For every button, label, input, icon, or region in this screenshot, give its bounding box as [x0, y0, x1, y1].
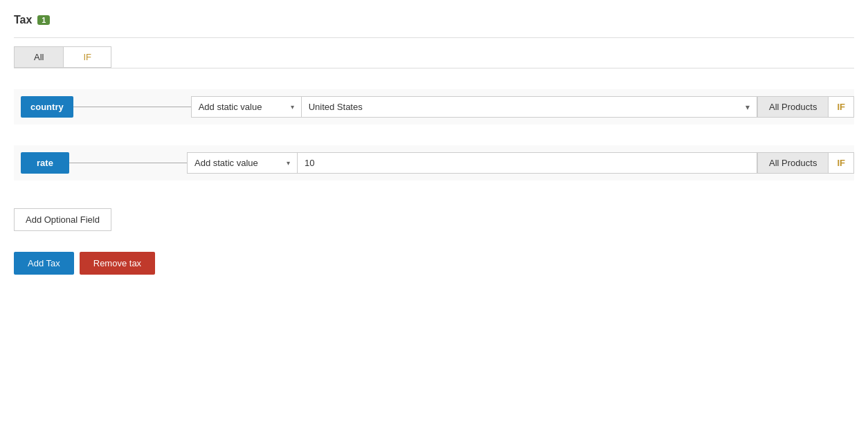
country-static-value-label: Add static value [199, 102, 262, 112]
rate-if-badge[interactable]: IF [829, 152, 854, 174]
tax-badge: 1 [37, 15, 50, 25]
country-all-products-button[interactable]: All Products [757, 96, 829, 118]
rate-value-wrapper [298, 152, 757, 174]
connector-rate [69, 163, 187, 163]
tab-all[interactable]: All [14, 46, 63, 68]
rate-label-button[interactable]: rate [21, 152, 69, 174]
country-value-wrapper[interactable]: United States Canada United Kingdom [302, 96, 757, 118]
fields-section: country Add static value ▾ United States… [14, 89, 854, 181]
field-row-rate: rate Add static value ▾ All Products IF [14, 145, 854, 181]
connector-country [73, 107, 191, 107]
country-controls: Add static value ▾ United States Canada … [191, 96, 854, 118]
country-static-value-select[interactable]: Add static value ▾ [191, 96, 302, 118]
action-buttons: Add Tax Remove tax [14, 252, 854, 275]
rate-static-value-label: Add static value [195, 158, 258, 168]
country-if-badge[interactable]: IF [829, 96, 854, 118]
page-container: Tax 1 All IF country Add static value ▾ … [0, 0, 868, 288]
rate-static-value-select[interactable]: Add static value ▾ [187, 152, 298, 174]
header-divider [14, 37, 854, 38]
rate-value-input[interactable] [298, 153, 757, 173]
remove-tax-button[interactable]: Remove tax [80, 252, 155, 275]
page-title: Tax [14, 14, 32, 26]
country-static-value-arrow: ▾ [291, 103, 294, 111]
field-row-country: country Add static value ▾ United States… [14, 89, 854, 125]
add-tax-button[interactable]: Add Tax [14, 252, 74, 275]
rate-all-products-button[interactable]: All Products [757, 152, 829, 174]
add-optional-field-button[interactable]: Add Optional Field [14, 208, 111, 231]
tab-if[interactable]: IF [63, 46, 111, 68]
header-row: Tax 1 [14, 14, 854, 26]
rate-controls: Add static value ▾ All Products IF [187, 152, 854, 174]
country-value-select[interactable]: United States Canada United Kingdom [302, 97, 757, 117]
tabs-row: All IF [14, 46, 854, 68]
country-label-button[interactable]: country [21, 96, 73, 118]
rate-static-value-arrow: ▾ [287, 159, 290, 167]
